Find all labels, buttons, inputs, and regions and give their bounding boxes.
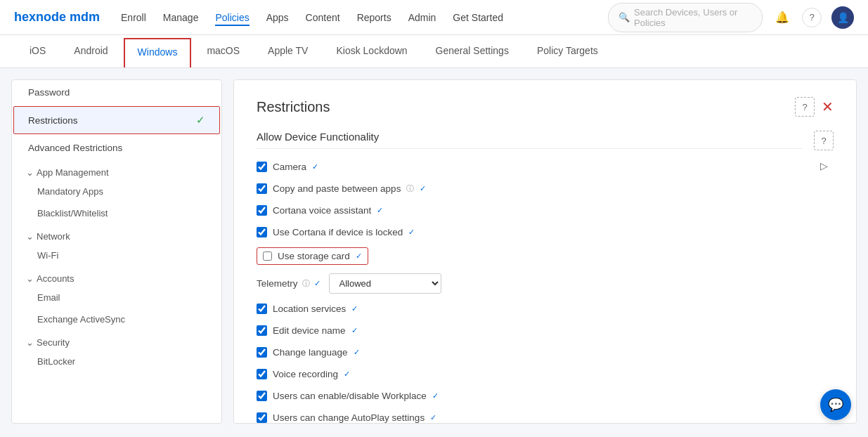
tab-policy-targets[interactable]: Policy Targets [524,35,611,67]
checkbox-voice-recording: Voice recording ✓ [257,367,803,381]
telemetry-label: Telemetry ⓘ ✓ [257,278,320,289]
workplace-checkbox[interactable] [257,391,267,401]
location-label: Location services [273,304,346,314]
search-placeholder: Search Devices, Users or Policies [634,7,752,28]
sidebar: Password Restrictions ✓ Advanced Restric… [11,79,222,424]
telemetry-verify-icon: ✓ [314,279,320,288]
main-container: Password Restrictions ✓ Advanced Restric… [0,68,868,435]
cortana-verify-icon: ✓ [377,206,383,215]
autoplay-checkbox[interactable] [257,412,267,423]
search-bar[interactable]: 🔍 Search Devices, Users or Policies [608,3,763,32]
tab-kiosk-lockdown[interactable]: Kiosk Lockdown [323,35,420,67]
nav-content[interactable]: Content [306,9,340,26]
autoplay-label: Users can change AutoPlay settings [273,412,425,423]
cortana-locked-checkbox[interactable] [257,227,267,237]
checkbox-change-language: Change language ✓ [257,346,803,359]
tab-ios[interactable]: iOS [17,35,58,67]
notification-icon[interactable]: 🔔 [772,8,792,27]
tab-windows[interactable]: Windows [124,38,192,67]
storage-card-verify-icon: ✓ [356,252,362,261]
checkbox-camera: Camera ✓ [257,160,803,174]
edit-device-name-verify-icon: ✓ [351,326,358,335]
accounts-toggle: ⌄ [26,273,34,284]
cortana-locked-label: Use Cortana if device is locked [273,227,403,237]
help-icon[interactable]: ? [802,8,822,27]
voice-recording-verify-icon: ✓ [344,370,350,379]
avatar[interactable]: 👤 [831,6,854,29]
sidebar-section-accounts[interactable]: ⌄Accounts [12,266,221,287]
sidebar-section-app-management[interactable]: ⌄App Management [12,160,221,181]
nav-apps[interactable]: Apps [266,9,289,26]
nav-reports[interactable]: Reports [357,9,391,26]
cortana-checkbox[interactable] [257,205,267,216]
nav-right: 🔍 Search Devices, Users or Policies 🔔 ? … [608,3,854,32]
edit-device-name-label: Edit device name [273,325,346,336]
help-question-icon[interactable]: ? [795,97,815,117]
top-nav: hexnode mdm Enroll Manage Policies Apps … [0,0,868,35]
location-checkbox[interactable] [257,304,267,314]
content-area: Restrictions ? ✕ Allow Device Functional… [233,79,857,424]
tabs-bar: iOS Android Windows macOS Apple TV Kiosk… [0,35,868,68]
tab-general-settings[interactable]: General Settings [423,35,522,67]
copy-paste-verify-icon: ✓ [420,184,426,193]
section-help-icon[interactable]: ? [814,131,834,150]
checkbox-autoplay: Users can change AutoPlay settings ✓ [257,411,803,424]
sidebar-child-bitlocker[interactable]: BitLocker [12,351,221,372]
checkbox-workplace: Users can enable/disable Workplace ✓ [257,389,803,403]
location-verify-icon: ✓ [351,304,358,313]
change-language-checkbox[interactable] [257,347,267,358]
right-icons: ? ▷ [814,131,834,176]
telemetry-info-icon[interactable]: ⓘ [302,278,310,289]
workplace-verify-icon: ✓ [432,391,439,400]
sidebar-child-blacklist[interactable]: Blacklist/Whitelist [12,202,221,224]
camera-label: Camera [273,162,306,172]
sidebar-section-security[interactable]: ⌄Security [12,330,221,351]
voice-recording-checkbox[interactable] [257,369,267,379]
sidebar-child-exchange[interactable]: Exchange ActiveSync [12,308,221,330]
tab-apple-tv[interactable]: Apple TV [255,35,320,67]
tab-android[interactable]: Android [61,35,120,67]
nav-admin[interactable]: Admin [408,9,436,26]
sidebar-section-network[interactable]: ⌄Network [12,224,221,244]
nav-manage[interactable]: Manage [163,9,199,26]
checkbox-cortana-locked: Use Cortana if device is locked ✓ [257,226,803,239]
storage-card-checkbox[interactable] [263,252,272,261]
nav-policies[interactable]: Policies [215,9,249,26]
sidebar-item-advanced-restrictions[interactable]: Advanced Restrictions [12,136,221,160]
cortana-locked-verify-icon: ✓ [408,228,415,237]
sidebar-child-email[interactable]: Email [12,287,221,308]
workplace-label: Users can enable/disable Workplace [273,391,427,401]
camera-verify-icon: ✓ [312,162,318,171]
security-toggle: ⌄ [26,337,34,348]
nav-enroll[interactable]: Enroll [121,9,146,26]
storage-card-label: Use storage card [278,251,350,261]
nav-get-started[interactable]: Get Started [453,9,503,26]
chat-button[interactable]: 💬 [820,389,851,420]
change-language-verify-icon: ✓ [354,348,360,357]
tab-macos[interactable]: macOS [194,35,252,67]
sidebar-item-restrictions[interactable]: Restrictions ✓ [13,106,220,134]
voice-recording-label: Voice recording [273,369,338,379]
play-icon[interactable]: ▷ [814,156,834,176]
checkbox-location: Location services ✓ [257,302,803,315]
sidebar-child-wifi[interactable]: Wi-Fi [12,244,221,266]
copy-paste-info-icon[interactable]: ⓘ [406,183,414,194]
app-management-toggle: ⌄ [26,167,34,178]
edit-device-name-checkbox[interactable] [257,325,267,336]
change-language-label: Change language [273,347,348,358]
copy-paste-label: Copy and paste between apps [273,183,401,194]
telemetry-row: Telemetry ⓘ ✓ Allowed Not Allowed Requir… [257,273,803,294]
logo: hexnode mdm [14,10,100,25]
checkbox-copy-paste: Copy and paste between apps ⓘ ✓ [257,182,803,195]
search-icon: 🔍 [618,12,630,22]
cortana-label: Cortana voice assistant [273,205,371,216]
storage-card-row: Use storage card ✓ [257,247,368,265]
telemetry-dropdown[interactable]: Allowed Not Allowed Required [329,273,441,294]
camera-checkbox[interactable] [257,162,267,172]
sidebar-child-mandatory-apps[interactable]: Mandatory Apps [12,181,221,202]
close-icon[interactable]: ✕ [822,98,834,115]
copy-paste-checkbox[interactable] [257,183,267,194]
sidebar-item-password[interactable]: Password [12,80,221,105]
chat-icon: 💬 [828,397,843,412]
nav-links: Enroll Manage Policies Apps Content Repo… [121,9,608,26]
